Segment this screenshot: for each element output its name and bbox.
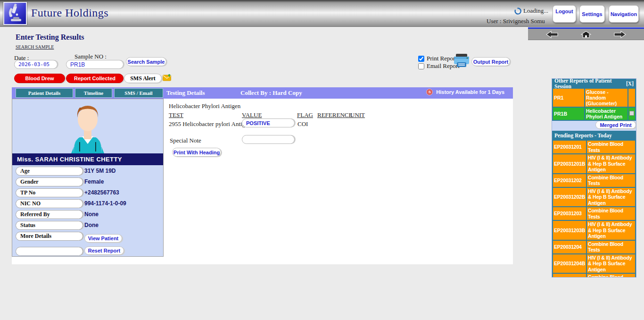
other-report-name[interactable]: Helicobacter Phylori Antigen bbox=[585, 107, 628, 120]
other-reports-title: Other Reports of Patient Session bbox=[554, 78, 626, 89]
pending-report-name[interactable]: HIV (I & II) Antibody & Hep B Surface An… bbox=[586, 154, 636, 174]
print-report-label: Print Report bbox=[427, 55, 457, 62]
date-input[interactable] bbox=[14, 60, 58, 69]
patient-field-row: NIC NO 994-1174-1-0-09 bbox=[12, 199, 163, 210]
history-note-label: History Available for 1 Days bbox=[436, 89, 504, 95]
search-sample-button-label: Search Sample bbox=[128, 59, 165, 65]
other-reports-table: PR1 Glucose - Random (Glucometer) PR1B H… bbox=[552, 88, 636, 121]
pending-report-name[interactable]: HIV (I & II) Antibody & Hep B Surface An… bbox=[586, 187, 636, 207]
close-panel-button[interactable]: [X] bbox=[626, 81, 634, 86]
test-row-name: 2955 Helicobacter pylori Antigen bbox=[169, 120, 251, 128]
patient-field-label: More Details bbox=[16, 232, 83, 241]
patient-field-label: Status bbox=[16, 221, 83, 230]
pending-reports-list: EP20031201 Combine Blood Tests EP2003120… bbox=[552, 140, 636, 278]
merge-checkbox[interactable] bbox=[629, 111, 634, 116]
pending-report-row[interactable]: EP20031201B HIV (I & II) Antibody & Hep … bbox=[553, 154, 636, 174]
pending-report-name[interactable]: Combine Blood Tests bbox=[586, 273, 636, 278]
patient-field-value: +2482567763 bbox=[84, 189, 119, 196]
sms-alert-button[interactable]: SMS Alert bbox=[124, 74, 162, 83]
patient-fields-list: Age 31Y 5M 19D Gender Female TP No +2482… bbox=[12, 166, 163, 242]
email-envelope-icon[interactable] bbox=[163, 74, 172, 81]
sample-no-input[interactable] bbox=[66, 60, 124, 69]
home-icon[interactable] bbox=[581, 30, 591, 39]
tab-sms-email[interactable]: SMS / Email bbox=[114, 88, 163, 98]
patient-field-row: Status Done bbox=[12, 220, 163, 231]
pending-report-row[interactable]: EP20031204B HIV (I & II) Antibody & Hep … bbox=[553, 254, 636, 274]
forward-arrow-icon[interactable] bbox=[614, 31, 626, 38]
pending-report-id[interactable]: EP20031202 bbox=[553, 174, 586, 187]
email-report-checkbox[interactable] bbox=[418, 63, 424, 69]
settings-button[interactable]: Settings bbox=[579, 5, 605, 23]
pending-report-row[interactable]: EP20031202B HIV (I & II) Antibody & Hep … bbox=[553, 187, 636, 207]
app-header: Future Holdings Loading... User : Srivig… bbox=[0, 0, 644, 27]
pending-report-row[interactable]: EP20031201 Combine Blood Tests bbox=[553, 140, 636, 154]
report-collected-label: Report Collected bbox=[74, 76, 116, 81]
testing-details-heading: Testing Details bbox=[166, 89, 205, 97]
patient-field-label: TP No bbox=[16, 188, 83, 197]
reset-report-button[interactable]: Reset Report bbox=[84, 246, 124, 255]
special-note-label: Special Note bbox=[170, 137, 201, 144]
pending-report-id[interactable]: EP20031201B bbox=[553, 154, 586, 174]
report-collected-button[interactable]: Report Collected bbox=[66, 74, 124, 83]
search-sample-link[interactable]: SEARCH SAMPLE bbox=[16, 44, 54, 50]
pending-report-name[interactable]: Combine Blood Tests bbox=[586, 207, 636, 220]
search-sample-button[interactable]: Search Sample bbox=[126, 57, 166, 66]
pending-report-row[interactable]: EP20031204 Combine Blood Tests bbox=[553, 240, 636, 254]
navigation-label: Navigation bbox=[611, 11, 637, 17]
printer-icon[interactable] bbox=[453, 53, 470, 67]
patient-field-value: 31Y 5M 19D bbox=[84, 168, 116, 174]
pending-report-name[interactable]: Combine Blood Tests bbox=[586, 174, 636, 187]
col-header-unit: UNIT bbox=[350, 111, 365, 119]
pending-report-id[interactable]: EP20031204B bbox=[553, 254, 586, 274]
other-report-row[interactable]: PR1B Helicobacter Phylori Antigen bbox=[553, 107, 636, 120]
logout-button[interactable]: Logout bbox=[553, 5, 576, 23]
patient-panel: Miss. SARAH CHRISTINE CHETTY Age 31Y 5M … bbox=[12, 99, 164, 257]
blood-drew-button[interactable]: Blood Drew bbox=[14, 74, 65, 83]
other-report-id[interactable]: PR1B bbox=[553, 107, 585, 120]
other-report-row[interactable]: PR1 Glucose - Random (Glucometer) bbox=[553, 88, 636, 107]
output-report-button[interactable]: Output Report bbox=[471, 57, 510, 66]
pending-report-id[interactable]: EP20031204 bbox=[553, 240, 586, 254]
tab-timeline[interactable]: Timeline bbox=[75, 88, 112, 98]
col-header-reference: REFERENCE bbox=[317, 111, 352, 119]
pending-report-id[interactable]: EP20031203 bbox=[553, 207, 586, 220]
pending-report-id[interactable]: EP20031201 bbox=[553, 140, 586, 154]
pending-report-row[interactable]: EP20031203 Combine Blood Tests bbox=[553, 207, 636, 220]
testing-results-section: Helicobacter Phylori Antigen TEST VALUE … bbox=[166, 99, 510, 259]
pending-report-name[interactable]: HIV (I & II) Antibody & Hep B Surface An… bbox=[586, 254, 636, 274]
pending-report-name[interactable]: Combine Blood Tests bbox=[586, 240, 636, 254]
pending-report-id[interactable]: EP20031202B bbox=[553, 187, 586, 207]
pending-report-id[interactable]: EP20031205 bbox=[553, 273, 586, 278]
pending-report-name[interactable]: Combine Blood Tests bbox=[586, 140, 636, 154]
other-report-name[interactable]: Glucose - Random (Glucometer) bbox=[585, 88, 628, 107]
merged-print-button[interactable]: Merged Print bbox=[595, 121, 636, 129]
test-value-input[interactable] bbox=[242, 118, 295, 127]
pending-report-row[interactable]: EP20031203B HIV (I & II) Antibody & Hep … bbox=[553, 220, 636, 240]
pending-report-id[interactable]: EP20031203B bbox=[553, 220, 586, 240]
special-note-input[interactable] bbox=[242, 135, 295, 144]
history-clock-icon bbox=[426, 89, 433, 95]
pending-reports-header: Pending Reports - Today bbox=[552, 131, 636, 140]
pending-report-row[interactable]: EP20031205 Combine Blood Tests bbox=[553, 273, 636, 278]
main-content: Miss. SARAH CHRISTINE CHETTY Age 31Y 5M … bbox=[12, 99, 513, 264]
print-report-checkbox[interactable] bbox=[418, 56, 424, 62]
col-header-value: VALUE bbox=[242, 111, 262, 119]
merged-print-label: Merged Print bbox=[600, 122, 631, 128]
navigation-button[interactable]: Navigation bbox=[609, 5, 639, 23]
col-header-test: TEST bbox=[169, 111, 183, 119]
other-report-check-cell bbox=[628, 107, 636, 120]
back-arrow-icon[interactable] bbox=[546, 31, 558, 38]
tab-patient-details-label: Patient Details bbox=[28, 90, 61, 96]
print-with-heading-button[interactable]: Print With Heading bbox=[172, 148, 221, 157]
pending-report-name[interactable]: HIV (I & II) Antibody & Hep B Surface An… bbox=[586, 220, 636, 240]
reset-report-label: Reset Report bbox=[88, 248, 120, 253]
patient-field-label: Gender bbox=[16, 177, 83, 186]
tab-patient-details[interactable]: Patient Details bbox=[16, 88, 73, 98]
pending-report-row[interactable]: EP20031202 Combine Blood Tests bbox=[553, 174, 636, 187]
view-patient-button[interactable]: View Patient bbox=[84, 234, 122, 243]
other-report-id[interactable]: PR1 bbox=[553, 88, 585, 107]
settings-label: Settings bbox=[582, 11, 602, 17]
loading-text: Loading... bbox=[523, 7, 548, 15]
collect-by-label: Collect By : Hard Copy bbox=[240, 89, 302, 97]
patient-field-label: NIC NO bbox=[16, 199, 83, 208]
